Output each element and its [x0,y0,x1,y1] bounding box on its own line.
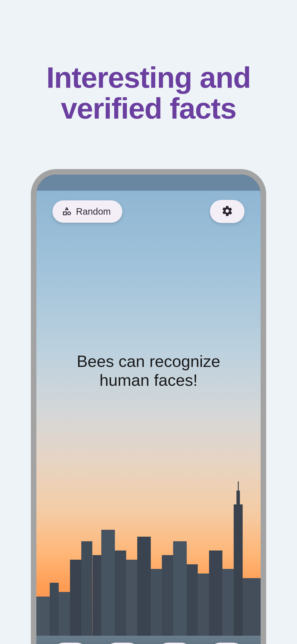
app-screen: Random Bees can recognize human faces! [36,191,260,644]
svg-rect-0 [63,212,66,215]
random-label: Random [76,206,111,217]
status-bar [36,174,260,191]
share-button[interactable] [104,642,140,644]
skyline-background [36,514,260,644]
random-button[interactable]: Random [52,200,122,223]
fact-text: Bees can recognize human faces! [50,352,247,390]
headline-line-1: Interesting and [46,61,250,94]
gear-icon [221,205,233,218]
favorite-button[interactable] [157,642,192,644]
info-button[interactable] [52,642,88,644]
settings-button[interactable] [210,200,244,223]
category-icon [62,206,72,216]
phone-frame: Random Bees can recognize human faces! [31,169,266,644]
bottom-actions [52,642,244,644]
palette-button[interactable] [209,642,244,644]
top-controls: Random [52,200,244,223]
svg-point-1 [68,212,71,215]
marketing-headline: Interesting and verified facts [0,62,297,124]
headline-line-2: verified facts [61,92,236,125]
